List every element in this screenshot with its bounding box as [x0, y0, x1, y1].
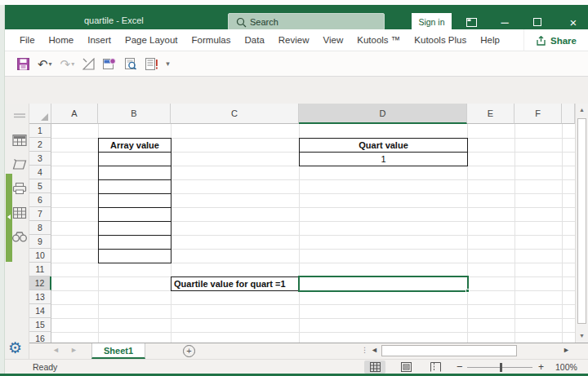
ribbon-tab-review[interactable]: Review	[278, 35, 310, 45]
cell-b10[interactable]	[98, 249, 172, 263]
cell-b4[interactable]	[98, 166, 172, 180]
cell-b3[interactable]	[98, 152, 172, 166]
row-header-14[interactable]: 14	[29, 304, 51, 318]
column-list-icon[interactable]	[12, 207, 27, 219]
cell-d3[interactable]: 1	[299, 152, 468, 166]
sheet-nav-left-icon[interactable]: ◄	[52, 346, 60, 354]
zoom-slider-thumb[interactable]	[500, 363, 502, 372]
customize-qat-button[interactable]: ▾	[163, 54, 172, 73]
fill-handle[interactable]	[466, 289, 470, 293]
sidebar-handle-icon[interactable]	[12, 113, 27, 118]
zoom-level[interactable]: 100%	[555, 362, 577, 372]
ribbon-tab-kutools-plus[interactable]: Kutools Plus	[414, 35, 466, 45]
normal-view-button[interactable]	[364, 361, 385, 374]
tab-bar-splitter[interactable]: ⋮	[361, 346, 368, 354]
cell-b5[interactable]	[98, 179, 172, 194]
row-header-3[interactable]: 3	[29, 152, 51, 166]
undo-icon: ↶	[38, 58, 48, 70]
undo-button[interactable]: ↶▾	[35, 54, 55, 73]
cell-b9[interactable]	[98, 235, 172, 250]
insert-picture-button[interactable]	[100, 54, 118, 73]
select-all-corner[interactable]	[29, 104, 51, 124]
page-layout-icon	[401, 362, 412, 372]
cell-b6[interactable]	[98, 193, 172, 208]
redo-button[interactable]: ↷▾	[58, 54, 78, 73]
horizontal-scrollbar-thumb[interactable]	[381, 345, 517, 356]
ribbon-tab-view[interactable]: View	[323, 35, 344, 45]
column-header-f[interactable]: F	[514, 104, 562, 124]
share-label: Share	[550, 36, 577, 46]
workbook-navigation-icon[interactable]	[12, 135, 27, 146]
ribbon-tab-page-layout[interactable]: Page Layout	[125, 35, 178, 45]
active-cell-d12[interactable]	[298, 276, 469, 292]
page-break-preview-button[interactable]	[425, 361, 446, 374]
row-header-5[interactable]: 5	[29, 179, 51, 193]
settings-gear-icon[interactable]: ⚙	[8, 338, 22, 357]
column-header-d[interactable]: D	[299, 104, 467, 124]
row-header-10[interactable]: 10	[29, 249, 51, 263]
sheet-tab-sheet1[interactable]: Sheet1	[91, 343, 145, 359]
zoom-out-button[interactable]: −	[457, 361, 463, 373]
kutools-pane-collapse-bar[interactable]	[6, 174, 12, 262]
ribbon-tab-data[interactable]: Data	[245, 35, 265, 45]
sheet-nav-right-icon[interactable]: ►	[70, 346, 78, 354]
cell-c12[interactable]: Quartile value for quart =1	[171, 276, 300, 291]
print-preview-button[interactable]	[122, 54, 140, 73]
share-button[interactable]: Share	[523, 29, 577, 51]
column-header-e[interactable]: E	[467, 104, 514, 124]
scroll-right-icon[interactable]: ►	[563, 346, 570, 354]
status-text: Ready	[33, 362, 57, 372]
picture-table-icon	[103, 58, 116, 70]
scroll-down-icon[interactable]: ▼	[576, 330, 588, 342]
row-header-13[interactable]: 13	[29, 290, 51, 304]
cell-b8[interactable]	[98, 221, 172, 236]
cell-d2[interactable]: Quart value	[299, 138, 468, 153]
scroll-left-icon[interactable]: ◄	[371, 346, 378, 354]
sign-in-button[interactable]: Sign in	[412, 13, 452, 30]
form-button[interactable]	[143, 54, 160, 73]
ribbon-tab-insert[interactable]: Insert	[87, 35, 111, 45]
cell-b2[interactable]: Array value	[98, 138, 172, 153]
quick-access-toolbar: ↶▾ ↷▾ ▾	[5, 51, 588, 77]
new-sheet-button[interactable]: +	[183, 345, 195, 357]
draw-tools-button[interactable]	[80, 54, 97, 73]
search-input[interactable]: Search	[228, 13, 385, 30]
column-header-b[interactable]: B	[98, 104, 171, 124]
row-header-9[interactable]: 9	[29, 235, 51, 249]
column-header-c[interactable]: C	[171, 104, 299, 124]
row-header-15[interactable]: 15	[29, 318, 51, 332]
find-binoculars-icon[interactable]	[12, 232, 27, 242]
row-header-6[interactable]: 6	[29, 193, 51, 207]
row-header-8[interactable]: 8	[29, 221, 51, 235]
ribbon-tab-formulas[interactable]: Formulas	[192, 35, 231, 45]
vertical-scrollbar-thumb[interactable]	[577, 118, 586, 324]
zoom-in-button[interactable]: +	[538, 361, 544, 373]
kutools-sidebar: ⚙	[5, 104, 29, 359]
row-header-4[interactable]: 4	[29, 166, 51, 179]
status-bar: Ready − + 100%	[5, 359, 588, 374]
sheet-tab-label: Sheet1	[104, 346, 133, 356]
gridline	[562, 124, 563, 343]
cell-b7[interactable]	[98, 207, 172, 222]
page-layout-view-button[interactable]	[395, 361, 416, 374]
row-header-2[interactable]: 2	[29, 138, 51, 152]
sheet-grid[interactable]: ABCDEF12345678910111213141516Array value…	[29, 104, 575, 343]
column-header-a[interactable]: A	[51, 104, 98, 124]
ribbon-tab-kutools[interactable]: Kutools ™	[357, 35, 400, 45]
redo-dropdown-icon: ▾	[71, 60, 74, 68]
search-icon	[236, 17, 247, 28]
worksheet-icon[interactable]	[12, 159, 27, 170]
printer-icon[interactable]	[12, 183, 27, 194]
row-header-12[interactable]: 12	[29, 276, 51, 290]
save-button[interactable]	[15, 54, 32, 73]
ribbon-tab-file[interactable]: File	[20, 35, 35, 45]
row-header-16[interactable]: 16	[29, 332, 51, 343]
row-header-11[interactable]: 11	[29, 263, 51, 276]
row-header-1[interactable]: 1	[29, 124, 51, 138]
ribbon-tab-help[interactable]: Help	[480, 35, 500, 45]
row-header-7[interactable]: 7	[29, 207, 51, 221]
vertical-scrollbar[interactable]: ▲ ▼	[575, 104, 588, 343]
scroll-up-icon[interactable]: ▲	[576, 104, 588, 116]
column-header-partial[interactable]	[562, 104, 575, 124]
ribbon-tab-home[interactable]: Home	[49, 35, 74, 45]
